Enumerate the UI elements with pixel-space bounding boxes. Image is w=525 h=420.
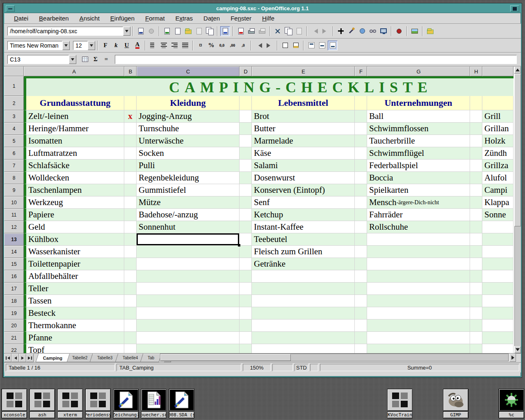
cell-C7[interactable]: Pulli (137, 160, 240, 172)
cell-I15[interactable] (482, 258, 514, 270)
row-header-19[interactable]: 19 (4, 307, 24, 320)
gimp-icon[interactable] (443, 389, 468, 411)
cell-G15[interactable] (367, 258, 470, 270)
load-url-icon[interactable] (136, 26, 146, 36)
font-size-value[interactable]: 12 (73, 41, 88, 50)
number-format-currency-button[interactable]: ¤ (196, 41, 205, 50)
maximize-button[interactable] (510, 5, 519, 12)
align-left-button[interactable] (148, 41, 158, 50)
column-header-I[interactable] (482, 66, 514, 76)
cell-D6[interactable] (240, 147, 252, 160)
row-header-22[interactable]: 22 (4, 344, 24, 353)
cell-C5[interactable]: Unterwäsche (137, 135, 240, 147)
row-header-21[interactable]: 21 (4, 332, 24, 344)
row-header-17[interactable]: 17 (4, 283, 24, 295)
cell-E18[interactable] (252, 295, 355, 307)
grid-corner[interactable] (4, 66, 24, 76)
cell-C20[interactable] (137, 320, 240, 332)
cell-F19[interactable] (355, 307, 367, 320)
cell-B12[interactable] (124, 221, 137, 233)
window-icon[interactable] (30, 389, 55, 411)
cell-B22[interactable] (124, 344, 137, 353)
row-header-10[interactable]: 10 (4, 196, 24, 209)
row-header-1[interactable]: 1 (4, 76, 24, 96)
font-size-combobox[interactable]: 12 (73, 41, 95, 50)
cell-E19[interactable] (252, 307, 355, 320)
cell-D20[interactable] (240, 320, 252, 332)
cell-A20[interactable]: Thermokanne (24, 320, 124, 332)
cell-C19[interactable] (137, 307, 240, 320)
cell-H9[interactable] (470, 184, 482, 196)
cell-C18[interactable] (137, 295, 240, 307)
cell-I17[interactable] (482, 283, 514, 295)
cell-F12[interactable] (355, 221, 367, 233)
cell-F21[interactable] (355, 332, 367, 344)
row-header-13[interactable]: 13 (4, 233, 24, 246)
cell-A7[interactable]: Schlafsäcke (24, 160, 124, 172)
cell-I4[interactable]: Grillan (482, 123, 514, 135)
window-menu-button[interactable] (6, 5, 15, 12)
cell-G9[interactable]: Spielkarten (367, 184, 470, 196)
cell-B11[interactable] (124, 209, 137, 221)
cell-G7[interactable]: Federballspiel (367, 160, 470, 172)
function-wizard-icon[interactable] (80, 55, 90, 64)
gallery-icon[interactable] (410, 26, 420, 36)
background-color-button[interactable] (291, 41, 301, 50)
row-header-20[interactable]: 20 (4, 320, 24, 332)
menu-extras[interactable]: Extras (171, 14, 198, 23)
cell-F5[interactable] (355, 135, 367, 147)
cell-C17[interactable] (137, 283, 240, 295)
cell-A21[interactable]: Pfanne (24, 332, 124, 344)
row-header-18[interactable]: 18 (4, 295, 24, 307)
cell-I16[interactable] (482, 270, 514, 283)
cell-C15[interactable] (137, 258, 240, 270)
cell-D11[interactable] (240, 209, 252, 221)
cell-F17[interactable] (355, 283, 367, 295)
previous-sheet-button[interactable] (11, 354, 19, 362)
title-bar[interactable]: camping-08.sxc - OpenOffice.org 1.1 (4, 4, 521, 13)
cell-E15[interactable]: Getränke (252, 258, 355, 270)
cell-C12[interactable]: Sonnenhut (137, 221, 240, 233)
cell-I18[interactable] (482, 295, 514, 307)
cell-H17[interactable] (470, 283, 482, 295)
cell-G18[interactable] (367, 295, 470, 307)
row-header-2[interactable]: 2 (4, 96, 24, 110)
cell-I2[interactable] (482, 96, 514, 110)
cell-H2[interactable] (470, 96, 482, 110)
cell-H6[interactable] (470, 147, 482, 160)
cell-B7[interactable] (124, 160, 137, 172)
cell-D3[interactable] (240, 110, 252, 123)
menu-ansicht[interactable]: Ansicht (75, 14, 105, 23)
cell-I13[interactable] (482, 233, 514, 246)
row-header-7[interactable]: 7 (4, 160, 24, 172)
cell-A11[interactable]: Papiere (24, 209, 124, 221)
formula-icon[interactable]: = (101, 55, 111, 64)
cell-F8[interactable] (355, 172, 367, 184)
cell-G11[interactable]: Fahrräder (367, 209, 470, 221)
cell-D15[interactable] (240, 258, 252, 270)
number-format-percent-button[interactable]: % (206, 41, 216, 50)
menu-hilfe[interactable]: Hilfe (257, 14, 279, 23)
cell-C8[interactable]: Regenbekleidung (137, 172, 240, 184)
cell-F13[interactable] (355, 233, 367, 246)
cell-A13[interactable]: Kühlbox (24, 233, 124, 246)
decrease-indent-button[interactable] (254, 41, 264, 50)
cell-F2[interactable] (355, 96, 367, 110)
cell-E5[interactable]: Marmelade (252, 135, 355, 147)
cell-D7[interactable] (240, 160, 252, 172)
open-recent-icon[interactable] (425, 26, 435, 36)
cell-C3[interactable]: Jogging-Anzug (137, 110, 240, 123)
cell-C9[interactable]: Gummistiefel (137, 184, 240, 196)
sheet-title-cell[interactable]: CAMPING-CHECKLISTE (24, 76, 514, 96)
cell-A10[interactable]: Werkzeug (24, 196, 124, 209)
cell-E14[interactable]: Fleisch zum Grillen (252, 246, 355, 258)
cell-D10[interactable] (240, 196, 252, 209)
cell-A18[interactable]: Tassen (24, 295, 124, 307)
cell-A12[interactable]: Geld (24, 221, 124, 233)
cell-G10[interactable]: Mensch-ärgere-Dich-nicht (367, 196, 470, 209)
cell-E9[interactable]: Konserven (Eintopf) (252, 184, 355, 196)
scroll-up-button[interactable] (514, 66, 521, 73)
cell-B2[interactable] (124, 96, 137, 110)
cell-B10[interactable] (124, 196, 137, 209)
desktop-icon-008-sda-s[interactable]: 008.SDA (s (169, 389, 194, 418)
